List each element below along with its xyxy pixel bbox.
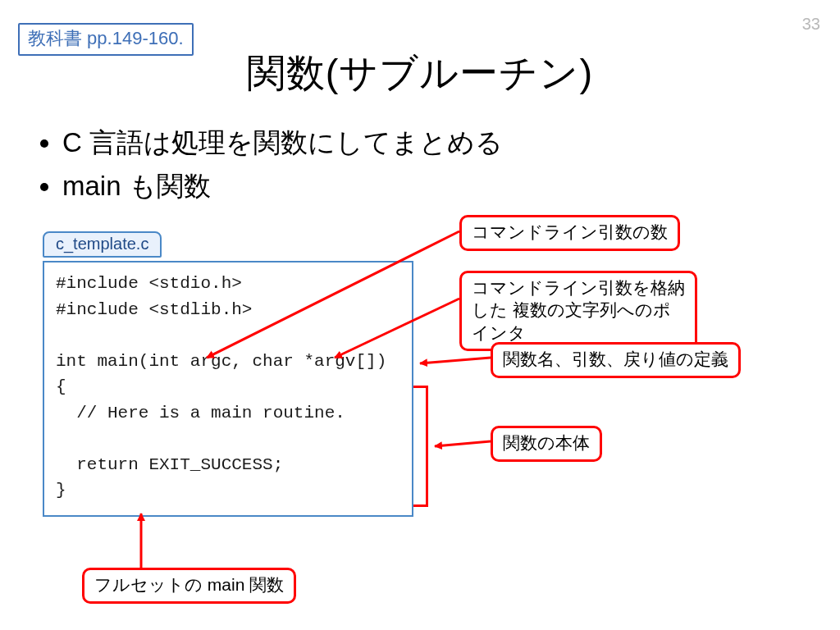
body-bracket: [413, 386, 428, 507]
arrow-body: [435, 441, 491, 446]
code-block: #include <stdio.h> #include <stdlib.h> i…: [43, 261, 413, 517]
bullet-list: C 言語は処理を関数にしてまとめる main も関数: [33, 121, 771, 208]
page-title: 関数(サブルーチン): [0, 48, 840, 99]
file-tab: c_template.c: [43, 231, 162, 258]
bullet-item: main も関数: [62, 165, 771, 207]
arrow-signature: [420, 358, 491, 363]
annotation-fullset-main: フルセットの main 関数: [82, 568, 296, 604]
annotation-function-body: 関数の本体: [491, 426, 602, 462]
code-file: c_template.c #include <stdio.h> #include…: [43, 231, 413, 517]
bullet-item: C 言語は処理を関数にしてまとめる: [62, 121, 771, 163]
annotation-function-signature: 関数名、引数、戻り値の定義: [491, 342, 741, 378]
slide-number: 33: [802, 15, 820, 34]
annotation-argv-pointer: コマンドライン引数を格納した 複数の文字列へのポインタ: [459, 271, 697, 351]
annotation-argc-count: コマンドライン引数の数: [459, 215, 680, 251]
